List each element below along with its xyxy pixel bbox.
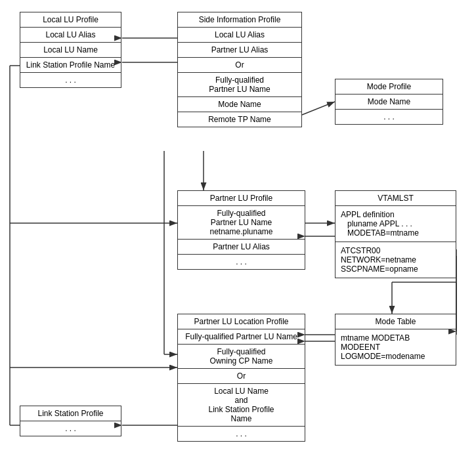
local-lu-alias-row: Local LU Alias	[20, 28, 121, 43]
diagram: Local LU Profile Local LU Alias Local LU…	[0, 0, 476, 462]
vtamlst-appl-row: APPL definition pluname APPL . . . MODET…	[335, 206, 456, 242]
vtamlst-box: VTAMLST APPL definition pluname APPL . .…	[335, 190, 456, 278]
mode-table-content-row: mtname MODETABMODEENTLOGMODE=modename	[335, 329, 456, 365]
location-or-row: Or	[178, 369, 305, 384]
vtamlst-atcstr-row: ATCSTR00NETWORK=netnameSSCPNAME=opname	[335, 242, 456, 278]
location-ellipsis-row: . . .	[178, 427, 305, 441]
mode-profile-mode-name-row: Mode Name	[335, 94, 443, 110]
partner-lu-ellipsis-row: . . .	[178, 255, 305, 269]
side-info-profile-box: Side Information Profile Local LU Alias …	[177, 12, 302, 127]
side-remote-tp-row: Remote TP Name	[178, 112, 301, 127]
link-station-ellipsis-row: . . .	[20, 421, 121, 436]
local-lu-profile-box: Local LU Profile Local LU Alias Local LU…	[20, 12, 121, 88]
location-local-lu-link-row: Local LU NameandLink Station ProfileName	[178, 384, 305, 427]
local-lu-profile-title: Local LU Profile	[20, 12, 121, 28]
mode-profile-title: Mode Profile	[335, 79, 443, 94]
partner-lu-location-box: Partner LU Location Profile Fully-qualif…	[177, 314, 305, 442]
link-station-profile-box: Link Station Profile . . .	[20, 406, 121, 436]
location-fq-partner-row: Fully-qualified Partner LU Name	[178, 329, 305, 345]
side-or-row: Or	[178, 58, 301, 73]
mode-profile-ellipsis-row: . . .	[335, 110, 443, 124]
side-partner-lu-alias-row: Partner LU Alias	[178, 43, 301, 58]
partner-lu-profile-title: Partner LU Profile	[178, 191, 305, 206]
link-station-profile-name-row: Link Station Profile Name	[20, 58, 121, 73]
side-info-title: Side Information Profile	[178, 12, 301, 28]
side-local-lu-alias-row: Local LU Alias	[178, 28, 301, 43]
mode-profile-box: Mode Profile Mode Name . . .	[335, 79, 443, 125]
mode-table-box: Mode Table mtname MODETABMODEENTLOGMODE=…	[335, 314, 456, 366]
vtamlst-title: VTAMLST	[335, 191, 456, 206]
partner-lu-alias-row: Partner LU Alias	[178, 240, 305, 255]
local-lu-ellipsis-row: . . .	[20, 73, 121, 87]
svg-line-4	[302, 102, 335, 115]
link-station-profile-title: Link Station Profile	[20, 406, 121, 421]
partner-lu-profile-box: Partner LU Profile Fully-qualifiedPartne…	[177, 190, 305, 270]
partner-lu-fq-row: Fully-qualifiedPartner LU Namenetname.pl…	[178, 206, 305, 240]
location-fq-cp-row: Fully-qualifiedOwning CP Name	[178, 345, 305, 369]
side-mode-name-row: Mode Name	[178, 97, 301, 112]
mode-table-title: Mode Table	[335, 314, 456, 329]
side-fully-qualified-row: Fully-qualifiedPartner LU Name	[178, 73, 301, 97]
partner-lu-location-title: Partner LU Location Profile	[178, 314, 305, 329]
local-lu-name-row: Local LU Name	[20, 43, 121, 58]
